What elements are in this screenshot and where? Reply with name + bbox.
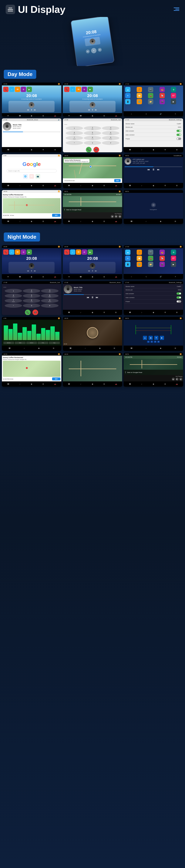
night-nav-content[interactable] <box>63 355 122 381</box>
tb-g-1[interactable]: ☎ <box>6 184 10 187</box>
grid-app-3[interactable]: 📷 <box>148 87 153 92</box>
bt-play[interactable]: ⏸ <box>30 133 33 136</box>
tb-neq-4[interactable]: ⊞ <box>52 346 55 350</box>
tb-nca-1[interactable]: ☎ <box>130 346 133 350</box>
tb-nh-3[interactable]: ◉ <box>30 275 33 279</box>
tb-auto[interactable]: 🚗 <box>53 114 57 117</box>
tb-neq-3[interactable]: ◉ <box>37 346 41 350</box>
tb-nt-2[interactable]: ♪ <box>79 219 83 223</box>
nav-map-content[interactable]: Sunny Coffee Restaurant Western Restaura… <box>63 157 122 178</box>
night-app-2-1[interactable]: 📞 <box>64 249 70 255</box>
night-app-5[interactable]: ▶ <box>27 249 32 255</box>
night-app-1[interactable]: 📞 <box>3 249 8 255</box>
cam-grid-2[interactable]: 2 <box>151 341 153 343</box>
tb-ns-3[interactable]: ◉ <box>152 311 155 314</box>
video-content[interactable]: 00:00 <box>63 320 122 346</box>
tb-poi-5[interactable]: 🚗 <box>53 219 57 223</box>
tb-bs-2[interactable]: ♪ <box>140 148 144 152</box>
tb-nv-4[interactable]: ⊞ <box>112 346 116 350</box>
eq-ctrl-2[interactable]: MID <box>15 342 25 344</box>
key-3[interactable]: 3DEF <box>102 126 119 130</box>
tb-nt-4[interactable]: ⊞ <box>102 219 106 223</box>
night-prev[interactable]: ⏮ <box>87 296 89 299</box>
tb-n-3[interactable]: ◉ <box>90 184 95 187</box>
night-bt-music-content[interactable]: Music Title Music Album Music Artist ⏮ ⏸… <box>63 284 122 310</box>
tb-g-3[interactable]: ◉ <box>30 184 33 187</box>
tb-nt-5[interactable]: 🚗 <box>114 219 118 223</box>
grid-app-1[interactable]: ☁ <box>125 87 130 92</box>
night-home-screen-1[interactable]: 📞 ♪ 🗺 ⚙ ▶ 20:08 ⏮ <box>2 248 61 274</box>
ng-app-2[interactable]: 🎵 <box>137 250 142 255</box>
tb-s-4[interactable]: ⚙ <box>163 184 167 187</box>
carplay-map-content[interactable]: 10:18 ETA 9.0 km ↑ Start on Gongtai Road <box>63 193 122 212</box>
key-2[interactable]: 2ABC <box>84 126 101 130</box>
night-dial-content[interactable]: ___ 1 2ABC 3DEF 4GHI 5JKL 6MNO 7PQRS 8TU… <box>2 284 61 315</box>
ng-app-1[interactable]: ☁ <box>125 250 130 255</box>
night-auto-answer-toggle[interactable] <box>177 292 181 295</box>
tb-bm-5[interactable]: ⊞ <box>53 148 57 152</box>
nk-star[interactable]: * <box>5 304 22 308</box>
google-icon-1[interactable]: 🌐 <box>23 174 28 179</box>
tb-phone3[interactable]: ☎ <box>79 114 83 117</box>
grid-app-15[interactable]: ▶ <box>171 99 176 104</box>
tb-ncp-5[interactable]: 🚗 <box>175 382 179 386</box>
prev-button[interactable]: ⏮ <box>86 49 90 54</box>
key-hash[interactable]: # <box>102 141 119 145</box>
nk-3[interactable]: 3DEF <box>41 289 58 293</box>
grid-app-2[interactable]: 🎵 <box>137 87 142 92</box>
ng-app-12[interactable]: 🌐 <box>137 262 142 267</box>
google-content[interactable]: Google Search or type URL 🌐 🗺 📺 <box>2 157 61 183</box>
key-0[interactable]: 0 <box>84 141 101 145</box>
ng-app-14[interactable]: 🎬 <box>160 262 165 267</box>
tb-ng-2[interactable]: ◁ <box>144 275 148 278</box>
grid-app-11[interactable]: 📱 <box>125 99 130 104</box>
auto-answer-toggle[interactable] <box>177 130 181 132</box>
rear-camera-content[interactable]: ▲ ◀ ▼ ▶ 1 2 3 4 <box>124 320 183 346</box>
app-maps[interactable]: 🗺 <box>15 87 20 92</box>
ng-app-11[interactable]: 📱 <box>125 262 130 267</box>
social-prev[interactable]: ⏮ <box>147 168 150 171</box>
tb-g-4[interactable]: ⊞ <box>41 184 45 187</box>
tb-s-3[interactable]: ◉ <box>152 184 155 187</box>
tb-nt-3[interactable]: ◉ <box>90 219 95 223</box>
tb-ex-3[interactable]: ◉ <box>159 219 162 223</box>
tb-nca-2[interactable]: ♪ <box>144 346 148 350</box>
night-app-4[interactable]: ⚙ <box>21 249 26 255</box>
ng-app-4[interactable]: 📻 <box>160 250 165 255</box>
nk-7[interactable]: 7PQRS <box>5 299 22 303</box>
tb-npoi-1[interactable]: ☎ <box>6 382 10 386</box>
ng-app-3[interactable]: 📷 <box>148 250 153 255</box>
ng-app-7[interactable]: ☎ <box>137 256 142 261</box>
night-poi-content[interactable]: Sunny Coffee Restaurant Western Restaura… <box>2 355 61 381</box>
night-app-grid-bg[interactable]: ☁ 🎵 📷 📻 ⚙ ✈ ☎ 🚗 📡 BT 📱 🌐 📂 🎬 <box>124 248 183 274</box>
tb-poi-2[interactable]: ♪ <box>18 219 22 223</box>
key-star[interactable]: * <box>66 141 83 145</box>
nk-2[interactable]: 2ABC <box>23 289 40 293</box>
tb-ex-4[interactable]: ⊞ <box>174 219 177 223</box>
tb-nn-1[interactable]: ☎ <box>67 382 71 386</box>
tb-n-1[interactable]: ☎ <box>67 184 71 187</box>
tb-s-2[interactable]: ♪ <box>140 184 144 187</box>
tb-nv-1[interactable]: ☎ <box>69 346 72 350</box>
nk-hash[interactable]: # <box>41 304 58 308</box>
tb-nh-5[interactable]: 🚗 <box>53 275 57 279</box>
tb-n-2[interactable]: ♪ <box>79 184 83 187</box>
tb-bm-2[interactable]: ♪ <box>18 148 22 152</box>
tb-n-4[interactable]: ⊞ <box>102 184 106 187</box>
tb-n-5[interactable]: 🚗 <box>114 184 118 187</box>
social-next[interactable]: ⏭ <box>157 168 160 171</box>
key-5[interactable]: 5JKL <box>84 131 101 135</box>
grid-app-12[interactable]: 🌐 <box>137 99 142 104</box>
nk-4[interactable]: 4GHI <box>5 294 22 298</box>
tb-nh2-1[interactable]: ✉ <box>67 275 71 279</box>
tb-npoi-4[interactable]: ⊞ <box>41 382 45 386</box>
tb-s-1[interactable]: ☎ <box>128 184 132 187</box>
tb-nca-3[interactable]: ◉ <box>159 346 162 350</box>
nk-8[interactable]: 8TUV <box>23 299 40 303</box>
tb-nm-1[interactable]: ☎ <box>67 311 71 314</box>
app-phone[interactable]: 📞 <box>3 87 8 92</box>
go-button[interactable]: GO <box>114 179 121 182</box>
home-screen-day-1[interactable]: 📞 ♪ 🗺 ⚙ ▶ 20:08 A morning scene of mount… <box>2 85 61 113</box>
tb-nh2-5[interactable]: 🚗 <box>114 275 118 279</box>
tb-nv-2[interactable]: ♪ <box>83 346 87 350</box>
